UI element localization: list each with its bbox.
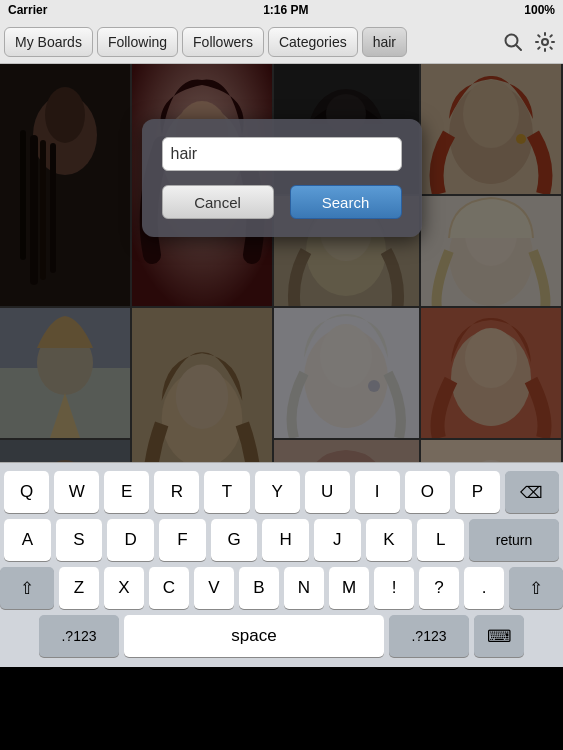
- status-bar: Carrier 1:16 PM 100%: [0, 0, 563, 20]
- key-q[interactable]: Q: [4, 471, 49, 513]
- svg-line-1: [516, 45, 521, 50]
- key-numsym-right[interactable]: .?123: [389, 615, 469, 657]
- key-w[interactable]: W: [54, 471, 99, 513]
- key-shift-left[interactable]: ⇧: [0, 567, 54, 609]
- key-u[interactable]: U: [305, 471, 350, 513]
- key-c[interactable]: C: [149, 567, 189, 609]
- key-b[interactable]: B: [239, 567, 279, 609]
- key-r[interactable]: R: [154, 471, 199, 513]
- key-p[interactable]: P: [455, 471, 500, 513]
- key-return[interactable]: return: [469, 519, 559, 561]
- time-label: 1:16 PM: [263, 3, 308, 17]
- key-e[interactable]: E: [104, 471, 149, 513]
- modal-buttons: Cancel Search: [162, 185, 402, 219]
- key-z[interactable]: Z: [59, 567, 99, 609]
- key-numsym-left[interactable]: .?123: [39, 615, 119, 657]
- tab-hair[interactable]: hair: [362, 27, 407, 57]
- key-x[interactable]: X: [104, 567, 144, 609]
- key-l[interactable]: L: [417, 519, 464, 561]
- key-j[interactable]: J: [314, 519, 361, 561]
- key-k[interactable]: K: [366, 519, 413, 561]
- keyboard-row-2: A S D F G H J K L return: [4, 519, 559, 561]
- search-input[interactable]: [162, 137, 402, 171]
- key-a[interactable]: A: [4, 519, 51, 561]
- key-o[interactable]: O: [405, 471, 450, 513]
- keyboard-row-1: Q W E R T Y U I O P ⌫: [4, 471, 559, 513]
- carrier-label: Carrier: [8, 3, 47, 17]
- key-d[interactable]: D: [107, 519, 154, 561]
- key-i[interactable]: I: [355, 471, 400, 513]
- settings-icon[interactable]: [531, 28, 559, 56]
- key-v[interactable]: V: [194, 567, 234, 609]
- key-keyboard[interactable]: ⌨: [474, 615, 524, 657]
- svg-point-2: [542, 39, 548, 45]
- key-n[interactable]: N: [284, 567, 324, 609]
- key-delete[interactable]: ⌫: [505, 471, 559, 513]
- key-s[interactable]: S: [56, 519, 103, 561]
- battery-label: 100%: [524, 3, 555, 17]
- tab-followers[interactable]: Followers: [182, 27, 264, 57]
- key-m[interactable]: M: [329, 567, 369, 609]
- key-g[interactable]: G: [211, 519, 258, 561]
- search-modal: Cancel Search: [142, 119, 422, 237]
- key-f[interactable]: F: [159, 519, 206, 561]
- search-icon[interactable]: [499, 28, 527, 56]
- keyboard-row-4: .?123 space .?123 ⌨: [4, 615, 559, 657]
- key-t[interactable]: T: [204, 471, 249, 513]
- search-button[interactable]: Search: [290, 185, 402, 219]
- key-space[interactable]: space: [124, 615, 384, 657]
- tab-following[interactable]: Following: [97, 27, 178, 57]
- key-shift-right[interactable]: ⇧: [509, 567, 563, 609]
- key-y[interactable]: Y: [255, 471, 300, 513]
- keyboard-row-3: ⇧ Z X C V B N M ! ? . ⇧: [4, 567, 559, 609]
- key-period[interactable]: .: [464, 567, 504, 609]
- cancel-button[interactable]: Cancel: [162, 185, 274, 219]
- key-exclaim[interactable]: !: [374, 567, 414, 609]
- key-h[interactable]: H: [262, 519, 309, 561]
- key-question[interactable]: ?: [419, 567, 459, 609]
- tab-my-boards[interactable]: My Boards: [4, 27, 93, 57]
- tab-categories[interactable]: Categories: [268, 27, 358, 57]
- main-content: Cancel Search: [0, 64, 563, 462]
- tab-bar: My Boards Following Followers Categories…: [0, 20, 563, 64]
- keyboard: Q W E R T Y U I O P ⌫ A S D F G H J K L …: [0, 462, 563, 667]
